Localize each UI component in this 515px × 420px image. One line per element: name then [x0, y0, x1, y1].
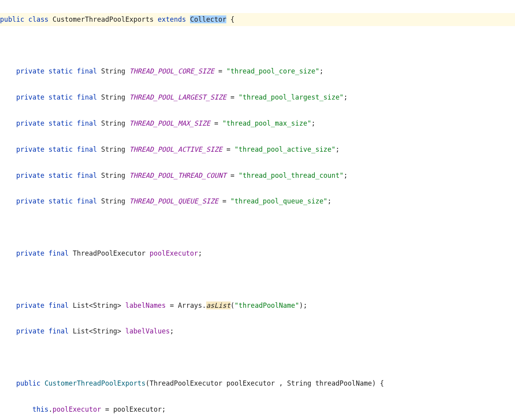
string-literal: "thread_pool_core_size": [226, 67, 319, 75]
type: String: [101, 197, 125, 205]
expr-end: );: [299, 301, 307, 309]
type: String: [101, 119, 125, 127]
field-name: poolExecutor: [150, 249, 198, 257]
code-line: private static final String THREAD_POOL_…: [0, 91, 515, 104]
constant-name: THREAD_POOL_THREAD_COUNT: [130, 171, 227, 179]
field-name: labelNames: [125, 301, 165, 309]
keyword-class: class: [28, 15, 49, 23]
class-name: CustomerThreadPoolExports: [53, 15, 154, 23]
code-line: private final ThreadPoolExecutor poolExe…: [0, 247, 515, 260]
constant-name: THREAD_POOL_ACTIVE_SIZE: [130, 145, 222, 153]
code-line: private static final String THREAD_POOL_…: [0, 169, 515, 182]
type: String: [101, 67, 125, 75]
modifiers: public: [16, 379, 40, 387]
type: List<String>: [73, 301, 121, 309]
selected-super-class: Collector: [190, 15, 226, 23]
code-line: [0, 39, 515, 52]
string-literal: "thread_pool_max_size": [222, 119, 311, 127]
constant-name: THREAD_POOL_CORE_SIZE: [130, 67, 214, 75]
paren: (: [231, 301, 235, 309]
code-line: private final List<String> labelValues;: [0, 325, 515, 338]
type: List<String>: [73, 327, 121, 335]
keyword-public: public: [0, 15, 24, 23]
type: String: [101, 145, 125, 153]
constant-name: THREAD_POOL_LARGEST_SIZE: [130, 93, 227, 101]
modifiers: private static final: [16, 93, 97, 101]
code-line: private final List<String> labelNames = …: [0, 299, 515, 312]
constant-name: THREAD_POOL_MAX_SIZE: [130, 119, 211, 127]
operator: =: [166, 301, 178, 309]
code-line: public class CustomerThreadPoolExports e…: [0, 13, 515, 26]
type: ThreadPoolExecutor: [73, 249, 145, 257]
code-editor[interactable]: public class CustomerThreadPoolExports e…: [0, 0, 515, 420]
constructor-name: CustomerThreadPoolExports: [45, 379, 146, 387]
code-line: private static final String THREAD_POOL_…: [0, 117, 515, 130]
params: (ThreadPoolExecutor poolExecutor , Strin…: [146, 379, 384, 387]
modifiers: private final: [16, 301, 69, 309]
code-line: this.poolExecutor = poolExecutor;: [0, 403, 515, 416]
modifiers: private static final: [16, 119, 97, 127]
modifiers: private final: [16, 249, 69, 257]
modifiers: private static final: [16, 197, 97, 205]
constant-name: THREAD_POOL_QUEUE_SIZE: [130, 197, 218, 205]
type: String: [101, 171, 125, 179]
field-ref: poolExecutor: [53, 405, 101, 413]
expr: Arrays.: [178, 301, 206, 309]
code-line: private static final String THREAD_POOL_…: [0, 65, 515, 78]
string-literal: "thread_pool_active_size": [235, 145, 336, 153]
code-line: public CustomerThreadPoolExports(ThreadP…: [0, 377, 515, 390]
string-literal: "thread_pool_largest_size": [239, 93, 344, 101]
keyword-extends: extends: [158, 15, 186, 23]
string-literal: "thread_pool_queue_size": [230, 197, 327, 205]
string-literal: "threadPoolName": [235, 301, 299, 309]
code-line: [0, 221, 515, 234]
code-line: private static final String THREAD_POOL_…: [0, 143, 515, 156]
code-line: [0, 351, 515, 364]
brace-open: {: [226, 15, 234, 23]
assignment: = poolExecutor;: [101, 405, 166, 413]
modifiers: private static final: [16, 171, 97, 179]
modifiers: private static final: [16, 67, 97, 75]
string-literal: "thread_pool_thread_count": [239, 171, 344, 179]
static-method: asList: [206, 301, 230, 309]
dot: .: [49, 405, 53, 413]
type: String: [101, 93, 125, 101]
code-line: [0, 273, 515, 286]
keyword-this: this: [32, 405, 49, 413]
field-name: labelValues: [125, 327, 170, 335]
code-line: private static final String THREAD_POOL_…: [0, 195, 515, 208]
modifiers: private static final: [16, 145, 97, 153]
modifiers: private final: [16, 327, 69, 335]
